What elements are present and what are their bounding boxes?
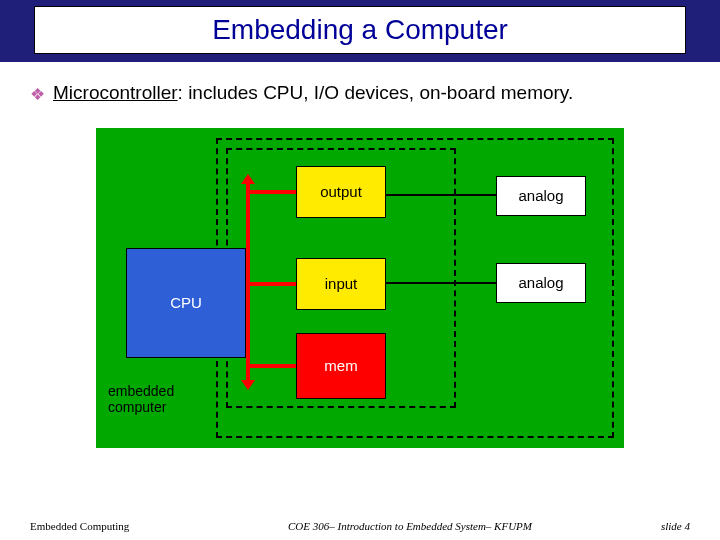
footer-left: Embedded Computing xyxy=(30,520,210,532)
footer-center: COE 306– Introduction to Embedded System… xyxy=(210,520,610,532)
slide-title: Embedding a Computer xyxy=(212,14,508,46)
bus-arrow-up-icon xyxy=(241,174,255,184)
bullet-rest: : includes CPU, I/O devices, on-board me… xyxy=(178,82,574,103)
bullet-term: Microcontroller xyxy=(53,82,178,103)
cpu-block: CPU xyxy=(126,248,246,358)
analog-block-2: analog xyxy=(496,263,586,303)
bullet-line: ❖ Microcontroller: includes CPU, I/O dev… xyxy=(30,80,690,108)
title-box: Embedding a Computer xyxy=(34,6,686,54)
line-input-analog xyxy=(386,282,496,284)
footer-right: slide 4 xyxy=(610,520,690,532)
input-block: input xyxy=(296,258,386,310)
bus-branch-input xyxy=(250,282,296,286)
bus-branch-mem xyxy=(250,364,296,368)
title-band: Embedding a Computer xyxy=(0,0,720,62)
line-output-analog xyxy=(386,194,496,196)
bus-arrow-down-icon xyxy=(241,380,255,390)
embedded-computer-label: embedded computer xyxy=(108,383,174,415)
diamond-bullet-icon: ❖ xyxy=(30,82,45,108)
diagram: CPU output input mem analog analog embed… xyxy=(96,128,624,448)
analog-block-1: analog xyxy=(496,176,586,216)
mem-block: mem xyxy=(296,333,386,399)
footer: Embedded Computing COE 306– Introduction… xyxy=(0,520,720,532)
embedded-label-line1: embedded xyxy=(108,383,174,399)
body-area: ❖ Microcontroller: includes CPU, I/O dev… xyxy=(0,62,720,448)
bullet-text: Microcontroller: includes CPU, I/O devic… xyxy=(53,80,690,106)
embedded-label-line2: computer xyxy=(108,399,166,415)
bus-branch-output xyxy=(250,190,296,194)
output-block: output xyxy=(296,166,386,218)
